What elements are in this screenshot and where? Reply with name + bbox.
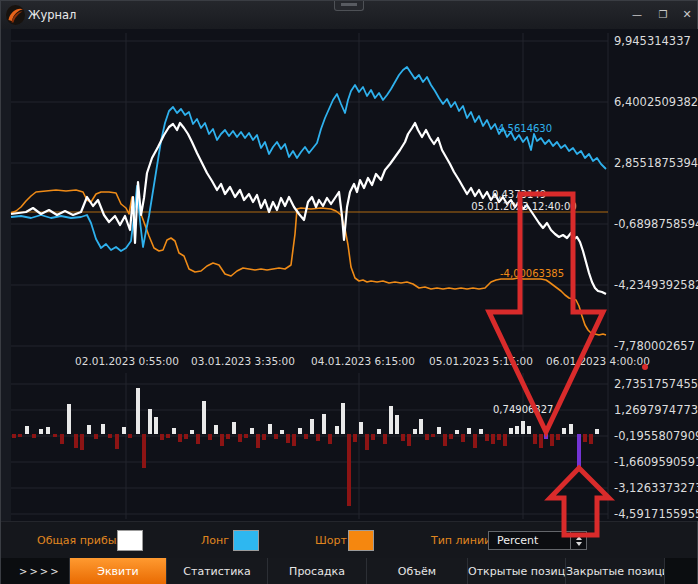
x-axis-label: 06.01.2023 4:00:00 xyxy=(546,355,650,367)
y-axis-label: 2,8551875394 xyxy=(614,156,698,170)
x-axis-label: 04.01.2023 6:15:00 xyxy=(311,355,415,367)
spinner-up-icon[interactable] xyxy=(576,536,582,540)
y-axis-label: 6,4002509382 xyxy=(614,95,698,109)
short-point-label: -4,00063385 xyxy=(500,268,564,279)
line-type-dropdown[interactable]: Percent xyxy=(488,531,587,550)
y-axis-label: -4,5917155955 xyxy=(614,507,698,521)
line-type-label: Тип линии xyxy=(431,522,491,559)
y-axis-label: -3,1263373273 xyxy=(614,481,698,495)
line-type-value: Percent xyxy=(489,534,570,547)
legend-label-1: Лонг xyxy=(201,522,229,559)
app-logo-icon xyxy=(5,4,26,26)
legend-swatch-2[interactable] xyxy=(348,530,374,551)
y-axis-label: 2,7351757455 xyxy=(614,377,698,391)
minimize-button[interactable]: — xyxy=(627,1,647,28)
chart-canvas[interactable]: 9,9453143376,40025093822,8551875394-0,68… xyxy=(1,29,698,521)
tooltip-datetime: 05.01.2023 12:40:00 xyxy=(471,201,576,212)
bottom-tab-bar: >>>> ЭквитиСтатистикаПросадкаОбъёмОткрыт… xyxy=(1,558,697,584)
y-axis-label: 1,2697974773 xyxy=(614,403,698,417)
tab-просадка[interactable]: Просадка xyxy=(268,558,367,584)
drag-handle[interactable] xyxy=(334,1,364,11)
spinner-down-icon[interactable] xyxy=(576,542,582,546)
y-axis-label: -0,1955807909 xyxy=(614,429,698,443)
close-button[interactable]: ✕ xyxy=(677,1,697,28)
legend-label-2: Шорт xyxy=(315,522,347,559)
tab-объём[interactable]: Объём xyxy=(367,558,468,584)
x-axis-label: 03.01.2023 3:35:00 xyxy=(191,355,295,367)
journal-window: Журнал — ❐ ✕ 9,9453143376,40025093822,85… xyxy=(0,0,698,584)
x-axis-label: 02.01.2023 0:55:00 xyxy=(75,355,179,367)
y-axis-label: 9,945314337 xyxy=(614,34,691,48)
bottom-point-label: 0,74906327 xyxy=(493,404,553,415)
x-axis-label: 05.01.2023 5:15:00 xyxy=(429,355,533,367)
legend-row: Тип линии Percent Общая прибыльЛонгШорт xyxy=(1,521,697,559)
chart-left-strip xyxy=(1,29,11,521)
line-type-spinner[interactable] xyxy=(570,532,586,549)
tab-статистика[interactable]: Статистика xyxy=(167,558,268,584)
legend-swatch-0[interactable] xyxy=(117,530,143,551)
tabs-container: ЭквитиСтатистикаПросадкаОбъёмОткрытые по… xyxy=(69,558,665,584)
tab-overflow-button[interactable]: >>>> xyxy=(19,558,61,584)
tab-закрытые-позиции[interactable]: Закрытые позиции xyxy=(566,558,665,584)
y-axis-label: -1,6609590591 xyxy=(614,455,698,469)
tab-эквити[interactable]: Эквити xyxy=(69,558,167,584)
window-title: Журнал xyxy=(28,8,76,22)
y-axis-label: -4,2349392582 xyxy=(614,278,698,292)
long-point-label: 4,5614630 xyxy=(498,123,552,134)
legend-swatch-1[interactable] xyxy=(233,530,259,551)
maximize-button[interactable]: ❐ xyxy=(653,1,673,28)
y-axis-label: -0,6898758594 xyxy=(614,217,698,231)
y-axis-label: -7,780002657 xyxy=(614,339,695,353)
tooltip-value: 0,4373149 xyxy=(492,189,546,200)
alert-dot xyxy=(642,364,648,370)
title-bar: Журнал — ❐ ✕ xyxy=(1,1,697,30)
tab-открытые-позиции[interactable]: Открытые позиции xyxy=(468,558,566,584)
